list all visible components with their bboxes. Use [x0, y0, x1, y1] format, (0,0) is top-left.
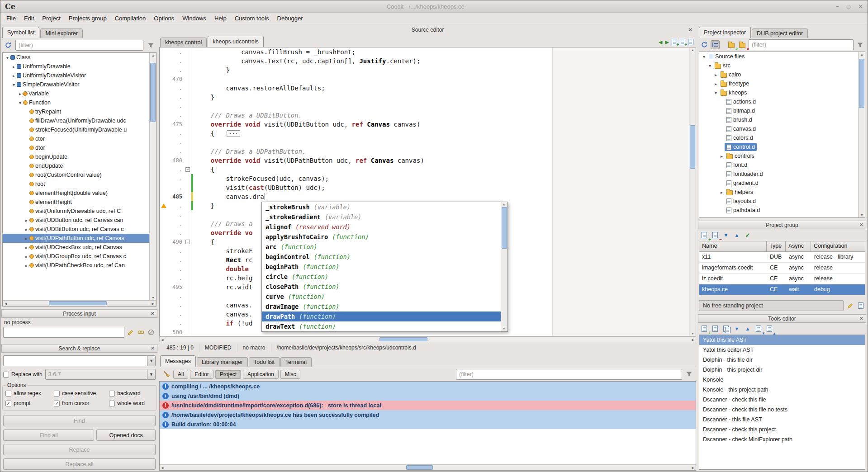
expander-icon[interactable]: ▾	[17, 100, 23, 105]
completion-item[interactable]: drawPath(function)	[262, 312, 501, 321]
project-file-item[interactable]: ▾src	[699, 61, 858, 70]
search-option-backward[interactable]: backward	[109, 390, 153, 396]
tab-symbol-list[interactable]: Symbol list	[2, 27, 39, 38]
scroll-up-icon[interactable]: ▲	[860, 53, 863, 56]
menu-item-projects-group[interactable]: Projects group	[65, 14, 111, 23]
scrollbar-thumb[interactable]	[150, 63, 156, 122]
tab-library-manager[interactable]: Library manager	[197, 357, 248, 367]
close-window-icon[interactable]: ✕	[858, 3, 863, 10]
project-funnel-icon[interactable]	[855, 40, 864, 49]
symbol-filter-funnel-icon[interactable]	[145, 40, 156, 51]
symbol-tree-item[interactable]: endUpdate	[3, 161, 149, 170]
export-tools-icon[interactable]: ▲	[765, 324, 774, 333]
scroll-up-icon[interactable]: ▲	[152, 54, 155, 57]
tool-item-konsole[interactable]: Konsole	[699, 375, 865, 385]
find-all-button[interactable]: Find all	[3, 430, 94, 441]
completion-item[interactable]: beginControl(function)	[262, 252, 501, 262]
folded-block-icon[interactable]: ···	[227, 130, 240, 137]
editor-line[interactable]: . }	[160, 93, 689, 102]
project-file-item[interactable]: control.d	[699, 142, 858, 151]
checkbox-box[interactable]	[109, 391, 115, 396]
process-input-field[interactable]	[3, 327, 124, 338]
editor-line[interactable]: . /// Draws a UDPathButton.	[160, 147, 689, 156]
checkbox-box[interactable]	[54, 391, 60, 396]
scrollbar-thumb[interactable]	[690, 125, 695, 169]
file-chip[interactable]: helpers	[725, 188, 755, 196]
expander-icon[interactable]: ▾	[11, 82, 17, 87]
menu-item-windows[interactable]: Windows	[178, 14, 210, 23]
project-row[interactable]: x11DUBasyncrelease - library	[699, 252, 865, 263]
async-mode-icon[interactable]: ✓	[743, 231, 752, 240]
expander-icon[interactable]: ▸	[24, 254, 29, 259]
tab-messages[interactable]: Messages	[160, 355, 196, 367]
symbol-tree-item[interactable]: elementHeight	[3, 198, 149, 207]
menu-item-help[interactable]: Help	[210, 14, 231, 23]
scroll-down-icon[interactable]: ▼	[152, 296, 155, 299]
refresh-project-icon[interactable]	[700, 40, 709, 49]
editor-line[interactable]: 470	[160, 75, 689, 84]
add-folder-icon[interactable]: +	[727, 40, 736, 49]
scrollbar-thumb[interactable]	[502, 207, 507, 249]
tool-item-dscanner-check-this-file[interactable]: Dscanner - check this file	[699, 395, 865, 405]
new-source-icon[interactable]: +	[672, 39, 677, 45]
search-dropdown-icon[interactable]: ▼	[147, 355, 156, 366]
pin-process-icon[interactable]	[136, 328, 145, 337]
scroll-right-icon[interactable]: ▶	[152, 302, 154, 305]
project-file-item[interactable]: brush.d	[699, 115, 858, 124]
tab-dub-project-editor[interactable]: DUB project editor	[752, 28, 808, 38]
editor-line[interactable]: 485 canvas.dra	[160, 192, 689, 201]
editor-line[interactable]: . canvas.fillBrush = _brushFont;	[160, 47, 689, 57]
editor-line[interactable]: .− {	[160, 165, 689, 174]
tool-item-dolphin-this-file-dir[interactable]: Dolphin - this file dir	[699, 355, 865, 365]
completion-item[interactable]: closePath(function)	[262, 282, 501, 292]
import-tools-icon[interactable]: ▼	[754, 324, 763, 333]
project-row[interactable]: iz.coeditCEasyncrelease	[699, 274, 865, 284]
project-file-item[interactable]: ▸controls	[699, 151, 858, 160]
editor-line[interactable]: . }	[160, 66, 689, 75]
opened-docs-button[interactable]: Opened docs	[96, 430, 156, 441]
messages-hscrollbar[interactable]: ◀ ▶	[160, 464, 696, 470]
expander-icon[interactable]: ▾	[707, 63, 713, 68]
symbol-tree-item[interactable]: ▾Function	[3, 98, 149, 107]
project-file-item[interactable]: font.d	[699, 160, 858, 170]
file-chip[interactable]: bitmap.d	[725, 107, 757, 115]
file-chip[interactable]: pathdata.d	[725, 206, 762, 214]
editor-tab-kheops-control[interactable]: kheops.control	[160, 38, 207, 47]
completion-item[interactable]: _strokeBrush(variable)	[262, 202, 501, 212]
add-project-icon[interactable]: +	[700, 231, 709, 240]
tab-todo-list[interactable]: Todo list	[249, 357, 280, 367]
code-area[interactable]: . canvas.fillBrush = _brushFont;. canvas…	[160, 47, 689, 336]
file-chip[interactable]: font.d	[725, 161, 749, 169]
move-project-down-icon[interactable]: ▼	[721, 231, 730, 240]
project-file-item[interactable]: ▾kheops	[699, 88, 858, 97]
tool-item-dscanner-check-this-file-no-tests[interactable]: Dscanner - check this file no tests	[699, 405, 865, 415]
file-chip[interactable]: layouts.d	[725, 197, 758, 205]
previous-source-icon[interactable]: ◀	[659, 39, 662, 45]
expander-icon[interactable]: ▾	[701, 54, 707, 59]
fold-column[interactable]: −	[185, 237, 191, 246]
editor-tab-kheops-udcontrols[interactable]: kheops.udcontrols	[208, 36, 263, 47]
messages-funnel-icon[interactable]	[684, 370, 693, 379]
completion-item[interactable]: drawText(function)	[262, 321, 501, 331]
menu-item-edit[interactable]: Edit	[20, 14, 38, 23]
file-chip[interactable]: freetype	[719, 80, 751, 88]
expander-icon[interactable]: ▸	[11, 64, 17, 69]
scroll-up-icon[interactable]: ▲	[691, 48, 694, 52]
symbol-tree-item[interactable]: fillDrawArea(UniformlyDrawable udc	[3, 116, 149, 125]
symbol-tree-item[interactable]: ctor	[3, 134, 149, 143]
next-source-icon[interactable]: ▶	[665, 39, 669, 45]
file-chip[interactable]: gradient.d	[725, 179, 760, 187]
project-file-item[interactable]: ▸cairo	[699, 70, 858, 79]
move-tool-up-icon[interactable]: ▲	[743, 324, 752, 333]
file-chip[interactable]: cairo	[719, 71, 743, 79]
files-vscrollbar[interactable]: ▲ ▼	[858, 52, 865, 217]
expander-icon[interactable]: ▸	[24, 263, 29, 268]
tool-item-konsole-this-project-path[interactable]: Konsole - this project path	[699, 385, 865, 395]
scrollbar-thumb[interactable]	[379, 337, 428, 341]
tool-item-dscanner-check-miniexplorer-path[interactable]: Dscanner - check MiniExplorer path	[699, 434, 865, 444]
close-process-input-icon[interactable]: ✕	[151, 311, 155, 316]
refresh-symbols-icon[interactable]	[3, 40, 14, 51]
editor-hscrollbar[interactable]: ◀ ▶	[159, 336, 696, 342]
column-header-type[interactable]: Type	[767, 241, 786, 252]
symbol-filter-input[interactable]	[15, 40, 143, 51]
